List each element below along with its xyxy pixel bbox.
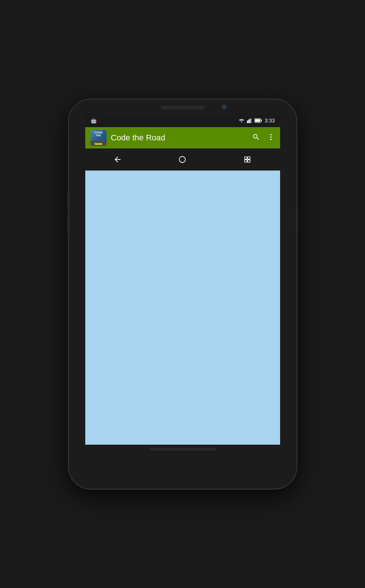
svg-rect-44 [245,157,247,159]
volume-up-button[interactable] [67,191,69,209]
power-button[interactable] [296,209,298,232]
svg-rect-3 [251,118,252,123]
svg-rect-0 [247,121,248,123]
status-time: 3:33 [265,118,275,123]
svg-text:⚡: ⚡ [256,119,259,123]
more-options-button[interactable] [267,133,275,143]
screen: 🤖 [85,114,280,445]
bottom-bar [150,448,216,451]
svg-rect-1 [248,119,250,123]
wifi-icon [238,118,245,123]
svg-rect-45 [248,157,250,159]
status-bar: 🤖 [85,114,280,127]
back-button[interactable] [108,150,127,169]
svg-rect-46 [245,160,247,162]
svg-rect-5 [261,120,262,122]
home-button[interactable] [173,150,192,169]
svg-point-10 [270,139,272,140]
battery-icon: ⚡ [254,118,262,123]
search-button[interactable] [252,133,260,143]
svg-point-9 [270,136,272,138]
volume-down-button[interactable] [67,215,69,233]
nav-bar [85,148,280,171]
speaker [161,106,205,110]
phone-device: 🤖 [69,99,297,489]
signal-icon [247,118,252,123]
app-icon: CODE THE ROAD [90,130,107,146]
app-bar: CODE THE ROAD Code the Road [85,127,280,148]
svg-rect-2 [250,119,251,123]
svg-point-8 [270,134,272,135]
android-notification-icon: 🤖 [90,118,97,123]
recent-apps-button[interactable] [238,150,257,169]
svg-point-43 [179,157,186,163]
app-title: Code the Road [111,133,248,143]
svg-rect-47 [248,160,250,162]
